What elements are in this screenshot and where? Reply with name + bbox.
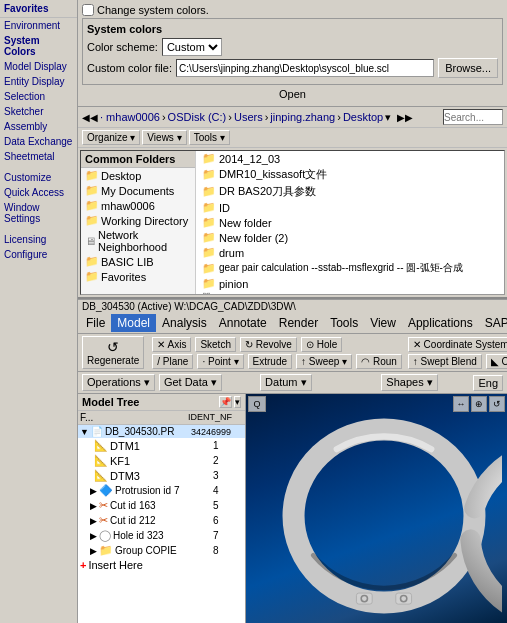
sidebar-item-favorites[interactable]: Favorites (0, 0, 77, 18)
extrude-btn[interactable]: Extrude (248, 354, 292, 369)
sidebar-item-licensing[interactable]: Licensing (0, 232, 77, 247)
file-item-2014[interactable]: 📁 2014_12_03 (196, 151, 504, 166)
menu-tools[interactable]: Tools (324, 314, 364, 332)
tools-btn[interactable]: Tools ▾ (189, 130, 230, 145)
get-data-btn[interactable]: Get Data ▾ (159, 374, 222, 391)
datum-btn[interactable]: Datum ▾ (260, 374, 311, 391)
file-item-newfolder[interactable]: 📁 New folder (196, 215, 504, 230)
ring-container (266, 414, 502, 618)
cut-icon: ✂ (99, 499, 108, 512)
sidebar-item-quick-access[interactable]: Quick Access (0, 185, 77, 200)
tree-pin-btn[interactable]: 📌 (219, 396, 232, 408)
breadcrumb-item-2[interactable]: OSDisk (C:) (168, 111, 227, 123)
sweep-btn[interactable]: ↑ Sweep ▾ (296, 354, 352, 369)
menu-analysis[interactable]: Analysis (156, 314, 213, 332)
menu-annotate[interactable]: Annotate (213, 314, 273, 332)
color-scheme-label: Color scheme: (87, 41, 158, 53)
left-item-desktop[interactable]: 📁 Desktop (81, 168, 195, 183)
network-icon: 🖥 (85, 235, 96, 247)
tree-item-dtm3[interactable]: 📐 DTM3 3 (78, 468, 245, 483)
left-item-favorites[interactable]: 📁 Favorites (81, 269, 195, 284)
file-item-dr-bas20[interactable]: 📁 DR BAS20刀具参数 (196, 183, 504, 200)
eng-btn[interactable]: Eng (473, 375, 503, 391)
point-btn[interactable]: · Point ▾ (197, 354, 243, 369)
browse-button[interactable]: Browse... (438, 58, 498, 78)
datum-icon: 📐 (94, 454, 108, 467)
file-item-id[interactable]: 📁 ID (196, 200, 504, 215)
left-item-mhaw0006[interactable]: 📁 mhaw0006 (81, 198, 195, 213)
menu-model[interactable]: Model (111, 314, 156, 332)
tree-item-protrusion[interactable]: ▶ 🔷 Protrusion id 7 4 (78, 483, 245, 498)
left-item-working[interactable]: 📁 Working Directory (81, 213, 195, 228)
coord-btn[interactable]: ✕ Coordinate System (408, 337, 507, 352)
forward-nav-icon[interactable]: ▶▶ (397, 112, 413, 123)
sidebar-item-data-exchange[interactable]: Data Exchange (0, 134, 77, 149)
tree-item-group[interactable]: ▶ 📁 Group COPIE 8 (78, 543, 245, 558)
status-bar: DB_304530 (Active) W:\DCAG_CAD\ZDD\3DW\ (78, 299, 507, 313)
breadcrumb-item-1[interactable]: · mhaw0006 (100, 111, 160, 123)
custom-file-input[interactable] (176, 59, 434, 77)
folder-icon: 📁 (202, 185, 216, 198)
tree-item-insert[interactable]: + Insert Here (78, 558, 245, 572)
sidebar-item-configure[interactable]: Configure (0, 247, 77, 262)
sidebar-item-sheetmetal[interactable]: Sheetmetal (0, 149, 77, 164)
file-item-pinion[interactable]: 📁 pinion (196, 276, 504, 291)
vp-zoom-btn[interactable]: Q (248, 396, 266, 412)
revolve-btn[interactable]: ↻ Revolve (240, 337, 297, 352)
breadcrumb-nav-icon[interactable]: ◀◀ (82, 112, 98, 123)
left-item-basiclib[interactable]: 📁 BASIC LIB (81, 254, 195, 269)
axis-btn[interactable]: ✕ Axis (152, 337, 191, 352)
file-item-newfolder2[interactable]: 📁 New folder (2) (196, 230, 504, 245)
organize-btn[interactable]: Organize ▾ (82, 130, 140, 145)
shapes-btn[interactable]: Shapes ▾ (381, 374, 437, 391)
menu-file[interactable]: File (80, 314, 111, 332)
tree-item-root[interactable]: ▼ 📄 DB_304530.PR 34246999 (78, 425, 245, 438)
search-input[interactable] (443, 109, 503, 125)
tree-menu-btn[interactable]: ▾ (234, 396, 241, 408)
sidebar-item-window-settings[interactable]: Window Settings (0, 200, 77, 226)
menu-render[interactable]: Render (273, 314, 324, 332)
sidebar-item-entity-display[interactable]: Entity Display (0, 74, 77, 89)
chamfer-btn[interactable]: ◣ Cha (486, 354, 507, 369)
regenerate-btn[interactable]: ↺ Regenerate (82, 336, 144, 369)
tree-item-hole323[interactable]: ▶ ◯ Hole id 323 7 (78, 528, 245, 543)
breadcrumb-bar: ◀◀ · mhaw0006 › OSDisk (C:) › Users › ji… (78, 107, 507, 128)
menu-applications[interactable]: Applications (402, 314, 479, 332)
breadcrumb-item-3[interactable]: Users (234, 111, 263, 123)
left-item-mydocs[interactable]: 📁 My Documents (81, 183, 195, 198)
file-item-dmr10[interactable]: 📁 DMR10_kissasoft文件 (196, 166, 504, 183)
menu-view[interactable]: View (364, 314, 402, 332)
sidebar-item-selection[interactable]: Selection (0, 89, 77, 104)
sidebar-item-customize[interactable]: Customize (0, 170, 77, 185)
views-btn[interactable]: Views ▾ (142, 130, 186, 145)
swept-blend-btn[interactable]: ↑ Swept Blend (408, 354, 482, 369)
breadcrumb-item-4[interactable]: jinping.zhang (270, 111, 335, 123)
change-colors-checkbox[interactable] (82, 4, 94, 16)
sidebar-item-environment[interactable]: Environment (0, 18, 77, 33)
menu-sap[interactable]: SAP (479, 314, 507, 332)
tree-item-cut212[interactable]: ▶ ✂ Cut id 212 6 (78, 513, 245, 528)
sidebar-item-model-display[interactable]: Model Display (0, 59, 77, 74)
sketch-btn[interactable]: Sketch (195, 337, 236, 352)
sidebar-item-assembly[interactable]: Assembly (0, 119, 77, 134)
zip-icon: 🗜 (202, 292, 213, 294)
operations-btn[interactable]: Operations ▾ (82, 374, 155, 391)
breadcrumb-item-5[interactable]: Desktop (343, 111, 383, 123)
tree-dtm3-num: 3 (213, 470, 243, 481)
hole-btn[interactable]: ⊙ Hole (301, 337, 342, 352)
file-item-gear[interactable]: 📁 gear pair calculation --sstab--msflexg… (196, 260, 504, 276)
sidebar-item-system-colors[interactable]: System Colors (0, 33, 77, 59)
cut-icon2: ✂ (99, 514, 108, 527)
round-btn[interactable]: ◠ Roun (356, 354, 402, 369)
color-scheme-select[interactable]: Custom (162, 38, 222, 56)
plane-btn[interactable]: / Plane (152, 354, 193, 369)
separator-2: Shapes ▾ (350, 374, 470, 391)
left-item-network[interactable]: 🖥 Network Neighborhood (81, 228, 195, 254)
tree-item-dtm1[interactable]: 📐 DTM1 1 (78, 438, 245, 453)
sidebar-item-sketcher[interactable]: Sketcher (0, 104, 77, 119)
part-icon: 📄 (91, 426, 103, 437)
file-item-bearing-zip[interactable]: 🗜 Bearing calculation MSH 3 -10 - result… (196, 291, 504, 294)
file-item-drum[interactable]: 📁 drum (196, 245, 504, 260)
tree-item-cut163[interactable]: ▶ ✂ Cut id 163 5 (78, 498, 245, 513)
tree-item-kf1[interactable]: 📐 KF1 2 (78, 453, 245, 468)
